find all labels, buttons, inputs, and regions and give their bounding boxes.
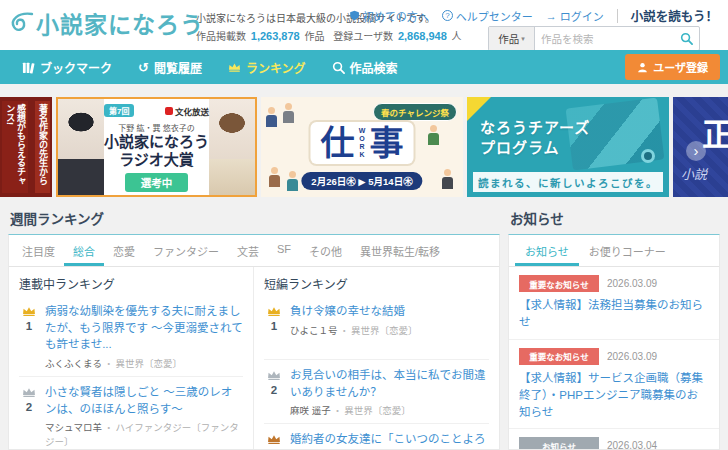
site-header: 小説家になろう 小説家になろうは日本最大級の小説投稿サイトです。 作品掲載数 1…	[0, 0, 728, 50]
short-ranking-column: 短編ランキング 1 負け令嬢の幸せな結婚 ひよこ１号・異世界〔恋愛〕 2 お見合…	[254, 267, 499, 450]
notice-link[interactable]: 【求人情報】サービス企画職（募集終了）・PHPエンジニア職募集のお知らせ	[519, 370, 709, 422]
radio-banner-content: 第7回 文化放送 下野 紘・巽 悠衣子の 小説家になろう ラジオ大賞 選考中	[104, 104, 209, 190]
tab-romance[interactable]: 恋愛	[104, 235, 144, 266]
novel-title-link[interactable]: お見合いの相手は、本当に私でお間違いありませんか？	[290, 367, 489, 400]
serial-ranking-title: 連載中ランキング	[19, 275, 243, 292]
tab-letters[interactable]: お便りコーナー	[579, 235, 676, 266]
tab-sf[interactable]: SF	[268, 235, 300, 266]
selection-status-badge: 選考中	[125, 173, 189, 192]
tab-overall[interactable]: 総合	[64, 235, 104, 266]
users-count: 2,868,948	[396, 30, 449, 42]
search-icon[interactable]	[680, 32, 693, 45]
notices-title: お知らせ	[510, 208, 720, 228]
nav-search[interactable]: 作品検索	[332, 59, 398, 76]
beginners-link[interactable]: 初めての方へ	[349, 8, 429, 24]
rank-indicator: 2	[264, 367, 284, 417]
global-nav: ブックマーク ↺ 閲覧履歴 ランキング 作品検索 ユーザ登録	[0, 50, 728, 84]
gold-crown-icon	[22, 306, 36, 317]
silver-crown-icon	[267, 370, 281, 381]
chevron-down-icon: ▾	[521, 35, 525, 43]
crowd-figure-icon	[442, 169, 453, 189]
works-unit: 作品	[305, 31, 325, 42]
work-label: WORK	[359, 127, 366, 159]
ranking-item: 2 お見合いの相手は、本当に私でお間違いありませんか？ 麻咲 遥子・異世界〔恋愛…	[264, 360, 489, 424]
banner-author-feedback[interactable]: 著名作家の先生から 感想がもらえるチャンス!	[0, 97, 52, 197]
header-links: 初めての方へ ? ヘルプセンター → ログイン 小説を読もう！	[349, 6, 718, 25]
ranking-item: 2 小さな賢者は隠しごと 〜三歳のレオンは、のほほんと照らす〜 マシュマロ羊・ハ…	[19, 377, 243, 450]
site-logo[interactable]: 小説家になろう	[8, 6, 204, 40]
novel-title-link[interactable]: 負け令嬢の幸せな結婚	[290, 303, 489, 320]
help-center-link[interactable]: ? ヘルプセンター	[442, 8, 533, 24]
radio-host-photo	[58, 99, 104, 195]
novel-meta: 麻咲 遥子・異世界〔恋愛〕	[290, 403, 489, 417]
ranking-card: 注目度 総合 恋愛 ファンタジー 文芸 SF その他 異世界転生/転移 連載中ラ…	[8, 234, 500, 450]
banner-carousel: 著名作家の先生から 感想がもらえるチャンス! 第7回 文化放送 下野 紘・巽 悠…	[0, 84, 728, 205]
tab-fantasy[interactable]: ファンタジー	[144, 235, 228, 266]
history-icon: ↺	[138, 61, 149, 74]
radio-host-photo	[209, 99, 255, 195]
search-category-select[interactable]: 作品 ▾	[489, 27, 535, 50]
users-unit: 人	[452, 31, 462, 42]
nav-ranking[interactable]: ランキング	[228, 59, 306, 76]
notices-section: お知らせ お知らせ お便りコーナー 重要なお知らせ2026.03.09 【求人情…	[508, 205, 720, 450]
login-link[interactable]: → ログイン	[546, 8, 604, 24]
ranking-item: 1 病弱な幼馴染を優先する夫に耐えましたが、もう限界です 〜今更溺愛されても許せ…	[19, 296, 243, 377]
notice-date: 2026.03.09	[607, 278, 657, 289]
nav-bookmark[interactable]: ブックマーク	[22, 59, 112, 76]
banner-cheers-program[interactable]: なろうチアーズ プログラム 読まれる、に新しいよろこびを。	[467, 97, 669, 197]
novel-title-link[interactable]: 病弱な幼馴染を優先する夫に耐えましたが、もう限界です 〜今更溺愛されても許せませ…	[45, 303, 243, 353]
edition-badge: 第7回	[104, 104, 134, 117]
yomou-link[interactable]: 小説を読もう！	[631, 6, 718, 25]
search-input[interactable]	[535, 33, 680, 45]
tab-isekai-tensei[interactable]: 異世界転生/転移	[351, 235, 449, 266]
logo-quill-icon	[8, 8, 34, 38]
short-ranking-title: 短編ランキング	[264, 275, 489, 292]
rank-indicator: 3	[264, 431, 284, 450]
login-arrow-icon: →	[546, 10, 557, 22]
work-title-card: 仕 WORK 事	[311, 122, 414, 164]
banner-radio-award[interactable]: 第7回 文化放送 下野 紘・巽 悠衣子の 小説家になろう ラジオ大賞 選考中	[56, 97, 257, 197]
work-search-bar: 作品 ▾	[488, 26, 700, 51]
crown-icon	[228, 61, 241, 74]
bronze-crown-icon	[267, 434, 281, 445]
novel-meta: ふくふくまる・異世界〔恋愛〕	[45, 356, 243, 370]
coffee-cup-icon	[641, 149, 655, 163]
weekly-ranking-title: 週間ランキング	[10, 208, 500, 228]
radio-title-line1: 小説家になろう	[104, 133, 209, 151]
ranking-item: 1 負け令嬢の幸せな結婚 ひよこ１号・異世界〔恋愛〕	[264, 296, 489, 360]
carousel-next-button[interactable]: ›	[686, 141, 706, 161]
tab-literature[interactable]: 文芸	[228, 235, 268, 266]
crowd-figure-icon	[269, 167, 280, 187]
ranking-genre-tabs: 注目度 総合 恋愛 ファンタジー 文芸 SF その他 異世界転生/転移	[9, 235, 499, 267]
tab-attention[interactable]: 注目度	[13, 235, 64, 266]
novel-meta: ひよこ１号・異世界〔恋愛〕	[290, 323, 489, 337]
novel-meta: マシュマロ羊・ハイファンタジー〔ファンタジー〕	[45, 420, 243, 448]
notice-date: 2026.03.09	[607, 351, 657, 362]
tab-notices[interactable]: お知らせ	[515, 235, 579, 266]
notice-tabs: お知らせ お便りコーナー	[509, 235, 719, 267]
site-stats: 作品掲載数 1,263,878 作品 登録ユーザ数 2,868,948 人	[196, 28, 462, 43]
bookshelf-icon	[22, 61, 35, 74]
campaign-period: 2月26日㊍ ▶ 5月14日㊍	[301, 172, 422, 190]
works-label: 作品掲載数	[196, 31, 246, 42]
novel-title-link[interactable]: 婚約者の女友達に「こいつのことよろしくね？」をされましたがそんな男いりません。	[290, 431, 489, 450]
works-count: 1,263,878	[249, 30, 302, 42]
cheers-title: なろうチアーズ プログラム	[480, 118, 590, 159]
banner-text: 著名作家の先生から	[35, 101, 50, 193]
tab-other[interactable]: その他	[300, 235, 351, 266]
logo-text: 小説家になろう	[36, 6, 204, 40]
main-content: 週間ランキング 注目度 総合 恋愛 ファンタジー 文芸 SF その他 異世界転生…	[0, 205, 728, 450]
rank-indicator: 2	[19, 384, 39, 448]
notice-item: 重要なお知らせ2026.03.09 【求人情報】サービス企画職（募集終了）・PH…	[509, 340, 719, 430]
weekly-ranking-section: 週間ランキング 注目度 総合 恋愛 ファンタジー 文芸 SF その他 異世界転生…	[8, 205, 500, 450]
user-register-button[interactable]: ユーザ登録	[625, 54, 720, 80]
important-badge: 重要なお知らせ	[519, 348, 599, 365]
notice-item: 重要なお知らせ2026.03.09 【求人情報】法務担当募集のお知らせ	[509, 267, 719, 340]
notice-link[interactable]: 【求人情報】法務担当募集のお知らせ	[519, 297, 709, 332]
silver-crown-icon	[22, 387, 36, 398]
search-icon	[332, 61, 345, 74]
nav-history[interactable]: ↺ 閲覧履歴	[138, 59, 202, 76]
divider	[617, 9, 618, 23]
novel-title-link[interactable]: 小さな賢者は隠しごと 〜三歳のレオンは、のほほんと照らす〜	[45, 384, 243, 417]
banner-work-challenge[interactable]: 春のチャレンジ祭 仕 WORK 事 2月26日㊍ ▶ 5月14日㊍	[261, 97, 463, 197]
